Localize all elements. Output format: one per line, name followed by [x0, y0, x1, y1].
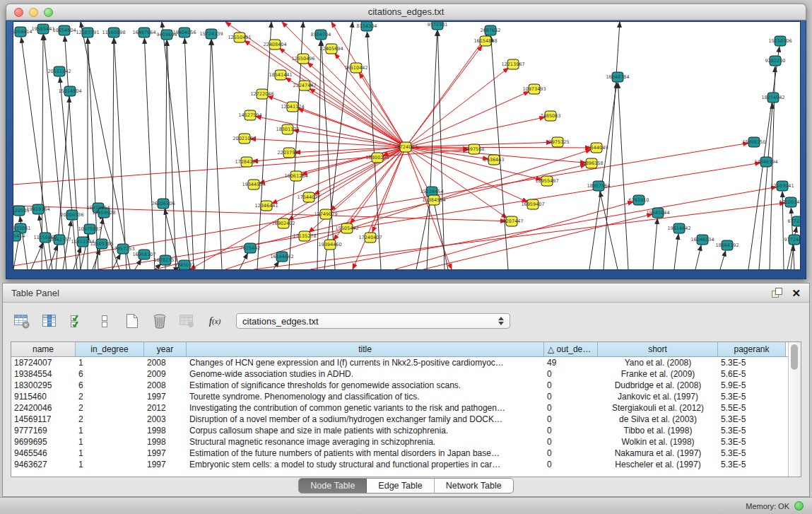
table-row[interactable]: 1830029562008Estimation of significance …: [11, 380, 788, 391]
table-cell[interactable]: 6: [76, 369, 144, 379]
table-cell[interactable]: Estimation of significance thresholds fo…: [187, 380, 544, 390]
table-row[interactable]: 1872400712008Changes of HCN gene express…: [11, 357, 788, 368]
table-cell[interactable]: 1: [76, 448, 144, 458]
table-cell[interactable]: 22420046: [11, 403, 76, 413]
table-row[interactable]: 1456911722003Disruption of a novel membe…: [11, 414, 788, 425]
table-cell[interactable]: 5.9E-5: [718, 380, 786, 390]
table-cell[interactable]: 5.3E-5: [718, 426, 786, 436]
table-cell[interactable]: Changes of HCN gene expression and I(f) …: [187, 358, 544, 368]
table-cell[interactable]: 5.3E-5: [718, 460, 786, 469]
tab-edge-table[interactable]: Edge Table: [367, 479, 434, 493]
table-cell[interactable]: Dudbridge et al. (2008): [598, 380, 718, 390]
table-cell[interactable]: Investigating the contribution of common…: [187, 403, 544, 413]
function-icon[interactable]: f(x): [206, 313, 224, 329]
table-cell[interactable]: 2: [76, 414, 144, 424]
table-cell[interactable]: 0: [544, 369, 598, 379]
table-cell[interactable]: 9463627: [11, 460, 76, 469]
select-rows-icon[interactable]: [68, 313, 86, 329]
table-cell[interactable]: 1997: [144, 460, 187, 469]
table-cell[interactable]: Embryonic stem cells: a model to study s…: [187, 460, 544, 469]
zoom-window-icon[interactable]: [44, 8, 53, 17]
table-select-dropdown[interactable]: citations_edges.txt: [236, 313, 510, 329]
float-window-icon[interactable]: [771, 287, 783, 298]
column-header-year[interactable]: year: [144, 342, 187, 356]
table-cell[interactable]: Hescheler et al. (1997): [598, 460, 718, 469]
column-header-short[interactable]: short: [598, 342, 718, 356]
row-boxes-icon[interactable]: [95, 313, 114, 329]
close-panel-icon[interactable]: ✕: [792, 288, 801, 298]
table-cell[interactable]: 0: [544, 448, 598, 458]
close-window-icon[interactable]: [14, 8, 23, 17]
table-cell[interactable]: 1: [76, 460, 144, 469]
new-column-icon[interactable]: [123, 313, 141, 329]
table-cell[interactable]: 1997: [144, 392, 187, 402]
tab-node-table[interactable]: Node Table: [299, 479, 367, 493]
table-row[interactable]: 946362711997Embryonic stem cells: a mode…: [11, 459, 788, 470]
table-cell[interactable]: 1: [76, 426, 144, 436]
column-header-out_de[interactable]: △ out_de…: [544, 342, 598, 356]
table-row[interactable]: 946554611997Estimation of the future num…: [11, 448, 788, 459]
table-cell[interactable]: 2009: [144, 369, 187, 379]
tab-network-table[interactable]: Network Table: [435, 479, 513, 493]
table-cell[interactable]: 5.6E-5: [718, 369, 786, 379]
table-cell[interactable]: 5.5E-5: [718, 403, 786, 413]
column-header-in_degree[interactable]: in_degree: [76, 342, 144, 356]
network-canvas[interactable]: 1605941419565441106546041200379111160898…: [13, 22, 800, 269]
table-cell[interactable]: 0: [544, 414, 598, 424]
table-cell[interactable]: 1998: [144, 426, 187, 436]
table-cell[interactable]: 1997: [144, 448, 187, 458]
table-cell[interactable]: Franke et al. (2009): [598, 369, 718, 379]
table-cell[interactable]: 0: [544, 426, 598, 436]
column-header-title[interactable]: title: [187, 342, 544, 356]
table-cell[interactable]: 0: [544, 380, 598, 390]
table-cell[interactable]: 2: [76, 403, 144, 413]
table-cell[interactable]: Structural magnetic resonance image aver…: [187, 437, 544, 447]
table-cell[interactable]: 0: [544, 460, 598, 469]
table-cell[interactable]: 14569117: [11, 414, 76, 424]
table-cell[interactable]: 0: [544, 403, 598, 413]
column-header-pagerank[interactable]: pagerank: [718, 342, 786, 356]
table-cell[interactable]: Jankovic et al. (1997): [598, 392, 718, 402]
table-cell[interactable]: 5.3E-5: [718, 414, 786, 424]
table-row[interactable]: 1938455462009Genome-wide association stu…: [11, 368, 788, 380]
table-cell[interactable]: Corpus callosum shape and size in male p…: [187, 426, 544, 436]
table-cell[interactable]: 19384554: [11, 369, 76, 379]
show-columns-icon[interactable]: [40, 313, 59, 329]
table-cell[interactable]: Tibbo et al. (1998): [598, 426, 718, 436]
table-row[interactable]: 977716911998Corpus callosum shape and si…: [11, 425, 788, 436]
table-cell[interactable]: Stergiakouli et al. (2012): [598, 403, 718, 413]
window-titlebar[interactable]: citations_edges.txt: [6, 4, 806, 21]
table-cell[interactable]: 5.3E-5: [718, 358, 786, 368]
table-cell[interactable]: 0: [544, 437, 598, 447]
table-cell[interactable]: 2012: [144, 403, 187, 413]
column-header-name[interactable]: name: [11, 342, 76, 356]
scrollbar-thumb[interactable]: [791, 344, 798, 370]
table-row[interactable]: 969969511998Structural magnetic resonanc…: [11, 436, 788, 448]
table-row[interactable]: 911546021997Tourette syndrome. Phenomeno…: [11, 391, 788, 402]
table-cell[interactable]: Disruption of a novel member of a sodium…: [187, 414, 544, 424]
table-cell[interactable]: Nakamura et al. (1997): [598, 448, 718, 458]
table-scrollbar[interactable]: [788, 342, 801, 477]
table-cell[interactable]: Yano et al. (2008): [598, 358, 718, 368]
table-cell[interactable]: de Silva et al. (2003): [598, 414, 718, 424]
table-cell[interactable]: 18724007: [11, 358, 76, 368]
table-cell[interactable]: 2003: [144, 414, 187, 424]
table-cell[interactable]: 5.3E-5: [718, 437, 786, 447]
table-cell[interactable]: Wolkin et al. (1998): [598, 437, 718, 447]
table-cell[interactable]: Estimation of the future numbers of pati…: [187, 448, 544, 458]
delete-table-disabled-icon[interactable]: [178, 313, 196, 329]
table-cell[interactable]: 5.3E-5: [718, 392, 786, 402]
table-cell[interactable]: 5.3E-5: [718, 448, 786, 458]
table-cell[interactable]: 9115460: [11, 392, 76, 402]
table-cell[interactable]: 0: [544, 392, 598, 402]
table-cell[interactable]: 2: [76, 392, 144, 402]
table-cell[interactable]: 9465546: [11, 448, 76, 458]
delete-column-icon[interactable]: [151, 313, 169, 329]
minimize-window-icon[interactable]: [29, 8, 38, 17]
table-cell[interactable]: 1: [76, 358, 144, 368]
table-cell[interactable]: 2008: [144, 358, 187, 368]
table-cell[interactable]: 6: [76, 380, 144, 390]
table-cell[interactable]: 9699695: [11, 437, 76, 447]
table-cell[interactable]: 1: [76, 437, 144, 447]
table-cell[interactable]: 1998: [144, 437, 187, 447]
